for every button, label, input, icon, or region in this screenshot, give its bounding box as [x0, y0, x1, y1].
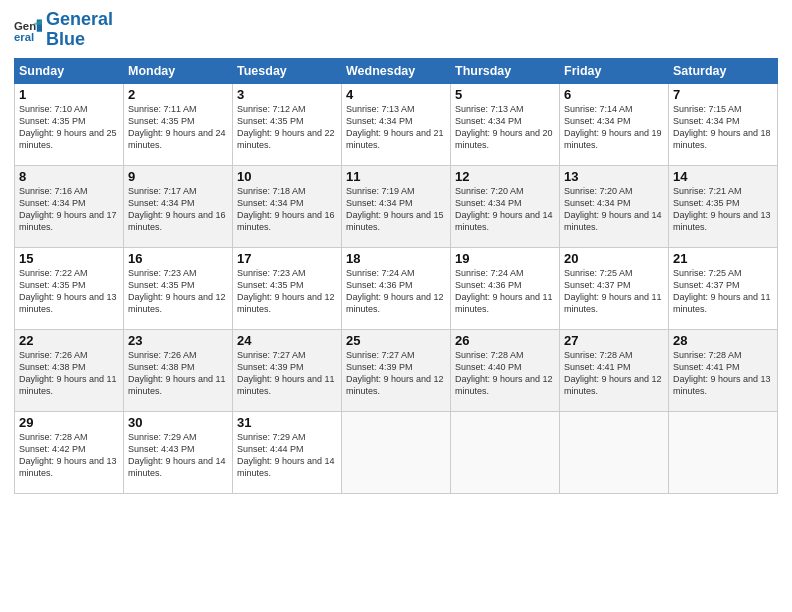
calendar-cell: 11 Sunrise: 7:19 AM Sunset: 4:34 PM Dayl…	[342, 165, 451, 247]
cell-info: Sunrise: 7:28 AM Sunset: 4:42 PM Dayligh…	[19, 431, 119, 480]
cell-info: Sunrise: 7:27 AM Sunset: 4:39 PM Dayligh…	[237, 349, 337, 398]
cell-info: Sunrise: 7:13 AM Sunset: 4:34 PM Dayligh…	[346, 103, 446, 152]
cell-info: Sunrise: 7:24 AM Sunset: 4:36 PM Dayligh…	[346, 267, 446, 316]
day-number: 10	[237, 169, 337, 184]
calendar-cell: 12 Sunrise: 7:20 AM Sunset: 4:34 PM Dayl…	[451, 165, 560, 247]
calendar-cell: 29 Sunrise: 7:28 AM Sunset: 4:42 PM Dayl…	[15, 411, 124, 493]
cell-info: Sunrise: 7:19 AM Sunset: 4:34 PM Dayligh…	[346, 185, 446, 234]
cell-info: Sunrise: 7:25 AM Sunset: 4:37 PM Dayligh…	[564, 267, 664, 316]
day-number: 18	[346, 251, 446, 266]
logo-text-blue: Blue	[46, 30, 113, 50]
week-row-1: 1 Sunrise: 7:10 AM Sunset: 4:35 PM Dayli…	[15, 83, 778, 165]
cell-info: Sunrise: 7:14 AM Sunset: 4:34 PM Dayligh…	[564, 103, 664, 152]
day-number: 2	[128, 87, 228, 102]
calendar-cell: 19 Sunrise: 7:24 AM Sunset: 4:36 PM Dayl…	[451, 247, 560, 329]
calendar-cell: 6 Sunrise: 7:14 AM Sunset: 4:34 PM Dayli…	[560, 83, 669, 165]
day-number: 22	[19, 333, 119, 348]
calendar-cell: 1 Sunrise: 7:10 AM Sunset: 4:35 PM Dayli…	[15, 83, 124, 165]
week-row-4: 22 Sunrise: 7:26 AM Sunset: 4:38 PM Dayl…	[15, 329, 778, 411]
cell-info: Sunrise: 7:29 AM Sunset: 4:43 PM Dayligh…	[128, 431, 228, 480]
cell-info: Sunrise: 7:20 AM Sunset: 4:34 PM Dayligh…	[455, 185, 555, 234]
calendar-cell: 4 Sunrise: 7:13 AM Sunset: 4:34 PM Dayli…	[342, 83, 451, 165]
cell-info: Sunrise: 7:28 AM Sunset: 4:41 PM Dayligh…	[673, 349, 773, 398]
day-number: 6	[564, 87, 664, 102]
day-number: 16	[128, 251, 228, 266]
calendar-cell: 28 Sunrise: 7:28 AM Sunset: 4:41 PM Dayl…	[669, 329, 778, 411]
header-wednesday: Wednesday	[342, 58, 451, 83]
calendar-cell	[669, 411, 778, 493]
cell-info: Sunrise: 7:28 AM Sunset: 4:41 PM Dayligh…	[564, 349, 664, 398]
header-tuesday: Tuesday	[233, 58, 342, 83]
cell-info: Sunrise: 7:24 AM Sunset: 4:36 PM Dayligh…	[455, 267, 555, 316]
calendar-cell: 7 Sunrise: 7:15 AM Sunset: 4:34 PM Dayli…	[669, 83, 778, 165]
day-number: 29	[19, 415, 119, 430]
calendar-cell: 26 Sunrise: 7:28 AM Sunset: 4:40 PM Dayl…	[451, 329, 560, 411]
calendar-cell: 24 Sunrise: 7:27 AM Sunset: 4:39 PM Dayl…	[233, 329, 342, 411]
calendar-cell	[451, 411, 560, 493]
cell-info: Sunrise: 7:21 AM Sunset: 4:35 PM Dayligh…	[673, 185, 773, 234]
cell-info: Sunrise: 7:22 AM Sunset: 4:35 PM Dayligh…	[19, 267, 119, 316]
calendar-cell: 16 Sunrise: 7:23 AM Sunset: 4:35 PM Dayl…	[124, 247, 233, 329]
day-number: 15	[19, 251, 119, 266]
calendar-cell: 30 Sunrise: 7:29 AM Sunset: 4:43 PM Dayl…	[124, 411, 233, 493]
calendar-cell: 31 Sunrise: 7:29 AM Sunset: 4:44 PM Dayl…	[233, 411, 342, 493]
day-number: 27	[564, 333, 664, 348]
week-row-2: 8 Sunrise: 7:16 AM Sunset: 4:34 PM Dayli…	[15, 165, 778, 247]
calendar-cell: 18 Sunrise: 7:24 AM Sunset: 4:36 PM Dayl…	[342, 247, 451, 329]
cell-info: Sunrise: 7:26 AM Sunset: 4:38 PM Dayligh…	[128, 349, 228, 398]
calendar-cell: 10 Sunrise: 7:18 AM Sunset: 4:34 PM Dayl…	[233, 165, 342, 247]
week-row-3: 15 Sunrise: 7:22 AM Sunset: 4:35 PM Dayl…	[15, 247, 778, 329]
cell-info: Sunrise: 7:27 AM Sunset: 4:39 PM Dayligh…	[346, 349, 446, 398]
header-saturday: Saturday	[669, 58, 778, 83]
calendar-cell: 25 Sunrise: 7:27 AM Sunset: 4:39 PM Dayl…	[342, 329, 451, 411]
day-number: 24	[237, 333, 337, 348]
day-number: 20	[564, 251, 664, 266]
svg-text:eral: eral	[14, 31, 34, 43]
calendar-cell: 3 Sunrise: 7:12 AM Sunset: 4:35 PM Dayli…	[233, 83, 342, 165]
header-sunday: Sunday	[15, 58, 124, 83]
day-number: 3	[237, 87, 337, 102]
cell-info: Sunrise: 7:16 AM Sunset: 4:34 PM Dayligh…	[19, 185, 119, 234]
cell-info: Sunrise: 7:15 AM Sunset: 4:34 PM Dayligh…	[673, 103, 773, 152]
page-container: Gen eral General Blue SundayMondayTuesda…	[0, 0, 792, 502]
header: Gen eral General Blue	[14, 10, 778, 50]
cell-info: Sunrise: 7:23 AM Sunset: 4:35 PM Dayligh…	[237, 267, 337, 316]
svg-text:Gen: Gen	[14, 20, 36, 32]
cell-info: Sunrise: 7:11 AM Sunset: 4:35 PM Dayligh…	[128, 103, 228, 152]
day-number: 23	[128, 333, 228, 348]
calendar-cell: 8 Sunrise: 7:16 AM Sunset: 4:34 PM Dayli…	[15, 165, 124, 247]
day-number: 21	[673, 251, 773, 266]
cell-info: Sunrise: 7:20 AM Sunset: 4:34 PM Dayligh…	[564, 185, 664, 234]
header-friday: Friday	[560, 58, 669, 83]
day-number: 19	[455, 251, 555, 266]
calendar-cell: 22 Sunrise: 7:26 AM Sunset: 4:38 PM Dayl…	[15, 329, 124, 411]
day-number: 31	[237, 415, 337, 430]
day-number: 11	[346, 169, 446, 184]
calendar-cell	[342, 411, 451, 493]
calendar-cell: 2 Sunrise: 7:11 AM Sunset: 4:35 PM Dayli…	[124, 83, 233, 165]
day-number: 17	[237, 251, 337, 266]
day-number: 5	[455, 87, 555, 102]
day-number: 4	[346, 87, 446, 102]
calendar-cell	[560, 411, 669, 493]
day-number: 13	[564, 169, 664, 184]
cell-info: Sunrise: 7:28 AM Sunset: 4:40 PM Dayligh…	[455, 349, 555, 398]
cell-info: Sunrise: 7:12 AM Sunset: 4:35 PM Dayligh…	[237, 103, 337, 152]
calendar-cell: 20 Sunrise: 7:25 AM Sunset: 4:37 PM Dayl…	[560, 247, 669, 329]
calendar-cell: 21 Sunrise: 7:25 AM Sunset: 4:37 PM Dayl…	[669, 247, 778, 329]
day-number: 14	[673, 169, 773, 184]
day-number: 9	[128, 169, 228, 184]
calendar-cell: 17 Sunrise: 7:23 AM Sunset: 4:35 PM Dayl…	[233, 247, 342, 329]
calendar-cell: 27 Sunrise: 7:28 AM Sunset: 4:41 PM Dayl…	[560, 329, 669, 411]
day-number: 30	[128, 415, 228, 430]
calendar-table: SundayMondayTuesdayWednesdayThursdayFrid…	[14, 58, 778, 494]
day-number: 1	[19, 87, 119, 102]
calendar-cell: 13 Sunrise: 7:20 AM Sunset: 4:34 PM Dayl…	[560, 165, 669, 247]
header-thursday: Thursday	[451, 58, 560, 83]
cell-info: Sunrise: 7:26 AM Sunset: 4:38 PM Dayligh…	[19, 349, 119, 398]
day-number: 26	[455, 333, 555, 348]
calendar-cell: 15 Sunrise: 7:22 AM Sunset: 4:35 PM Dayl…	[15, 247, 124, 329]
week-row-5: 29 Sunrise: 7:28 AM Sunset: 4:42 PM Dayl…	[15, 411, 778, 493]
cell-info: Sunrise: 7:18 AM Sunset: 4:34 PM Dayligh…	[237, 185, 337, 234]
day-number: 28	[673, 333, 773, 348]
